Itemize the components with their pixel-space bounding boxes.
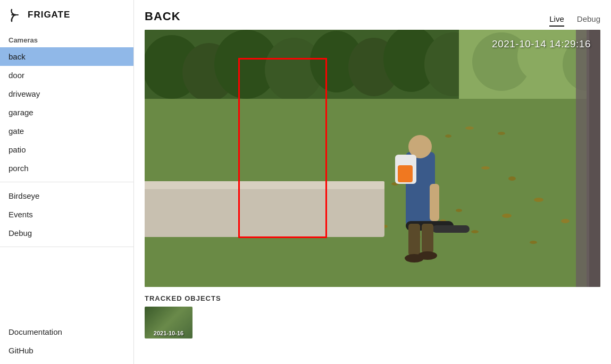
app-name: FRIGATE (28, 10, 70, 20)
svg-point-34 (471, 230, 479, 233)
tracked-thumbnail-1[interactable]: 2021-10-16 (145, 307, 192, 338)
cameras-section-label: Cameras (0, 30, 133, 47)
sidebar-item-driveway[interactable]: driveway (0, 84, 133, 103)
svg-point-23 (456, 209, 462, 212)
svg-rect-41 (576, 30, 589, 287)
svg-point-36 (530, 241, 537, 244)
sidebar-nav-birdseye[interactable]: Birdseye (0, 187, 133, 205)
sidebar-nav-events[interactable]: Events (0, 205, 133, 224)
svg-point-29 (498, 132, 505, 135)
thumbnail-date: 2021-10-16 (154, 330, 183, 336)
sidebar-item-door[interactable]: door (0, 66, 133, 84)
camera-scene-svg (145, 30, 600, 287)
sidebar-divider-2 (0, 247, 133, 247)
svg-point-16 (517, 30, 571, 83)
svg-point-24 (481, 166, 490, 170)
frigate-logo-icon (9, 7, 23, 22)
svg-point-35 (502, 214, 512, 218)
sidebar-item-back[interactable]: back (0, 47, 133, 66)
sidebar-bottom-documentation[interactable]: Documentation (0, 323, 133, 341)
page-title: BACK (145, 0, 181, 30)
app-logo: FRIGATE (0, 0, 133, 30)
svg-rect-52 (430, 184, 439, 221)
svg-rect-47 (432, 225, 470, 233)
sidebar-item-garage[interactable]: garage (0, 103, 133, 122)
tab-live[interactable]: Live (549, 14, 564, 27)
svg-point-37 (561, 219, 570, 223)
sidebar-nav-debug[interactable]: Debug (0, 224, 133, 242)
camera-feed: 2021-10-14 14:29:16 (145, 30, 600, 287)
main-content: BACK Live Debug (134, 0, 611, 364)
svg-point-26 (534, 198, 543, 202)
sidebar-item-patio[interactable]: patio (0, 140, 133, 159)
svg-point-25 (508, 176, 516, 181)
tab-debug[interactable]: Debug (577, 14, 600, 27)
camera-list: backdoordrivewaygaragegatepatioporch (0, 47, 133, 177)
tracked-objects-list: 2021-10-16 (145, 307, 600, 338)
camera-timestamp: 2021-10-14 14:29:16 (492, 38, 591, 50)
sidebar-item-gate[interactable]: gate (0, 122, 133, 140)
bottom-list: DocumentationGitHub (0, 323, 133, 360)
svg-rect-49 (422, 224, 433, 253)
sidebar: FRIGATE Cameras backdoordrivewaygaragega… (0, 0, 134, 364)
sidebar-item-porch[interactable]: porch (0, 159, 133, 177)
tabs-row: Live Debug (549, 14, 600, 30)
svg-point-27 (445, 134, 451, 138)
sidebar-bottom: DocumentationGitHub (0, 323, 133, 364)
svg-point-28 (465, 126, 474, 130)
nav-list: BirdseyeEventsDebug (0, 187, 133, 242)
svg-rect-45 (398, 165, 413, 182)
svg-rect-48 (408, 224, 420, 256)
sidebar-divider-1 (0, 182, 133, 182)
sidebar-bottom-github[interactable]: GitHub (0, 341, 133, 360)
detection-box (238, 58, 327, 238)
tracked-objects-label: TRACKED OBJECTS (145, 287, 600, 307)
svg-point-51 (418, 251, 437, 260)
